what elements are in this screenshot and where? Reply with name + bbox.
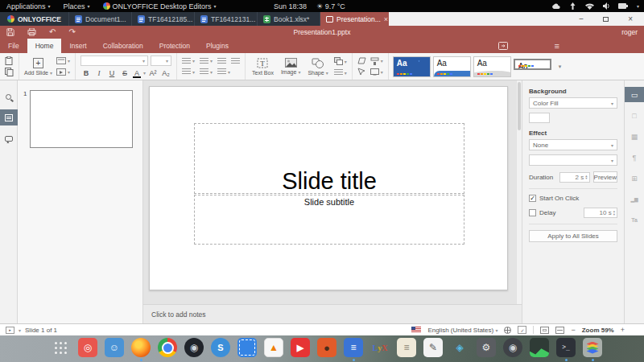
dock-cube-app-icon[interactable]: ◈ [450, 338, 469, 357]
scrollbar-thumb[interactable] [518, 82, 521, 130]
clear-style-icon[interactable] [357, 57, 366, 64]
font-size-select[interactable]: ▾ [151, 56, 171, 66]
theme-blue-dots[interactable]: Aa [393, 56, 431, 77]
paragraph-settings-button[interactable]: ¶ [625, 150, 644, 165]
apply-to-all-slides-button[interactable]: Apply to All Slides [529, 230, 617, 242]
set-language-icon[interactable] [504, 327, 511, 334]
effect-type-select[interactable]: ▾ [529, 154, 617, 166]
chevron-down-icon[interactable]: ▾ [637, 3, 639, 9]
decrease-indent-button[interactable] [217, 58, 226, 64]
numbering-button[interactable]: ▾ [200, 58, 213, 64]
search-button[interactable] [0, 88, 18, 105]
dock-media-player-icon[interactable]: ◉ [503, 338, 522, 357]
dock-chrome-icon[interactable] [158, 338, 177, 357]
view-settings-icon[interactable]: ≡ [555, 41, 559, 51]
fit-width-icon[interactable] [555, 327, 564, 334]
dock-vlc-icon[interactable]: ▲ [264, 338, 283, 357]
open-file-location-icon[interactable] [498, 42, 508, 50]
tab-home[interactable]: Home [27, 39, 62, 53]
theme-blank-selected[interactable]: Aa [514, 59, 551, 70]
subtitle-placeholder[interactable]: Slide subtitle [194, 195, 464, 245]
close-window-button[interactable]: × [628, 14, 633, 23]
tab-file[interactable]: File [0, 39, 27, 53]
tab-presentation1[interactable]: Presentation... × [320, 12, 389, 26]
effect-select[interactable]: None ▾ [529, 139, 617, 150]
zoom-in-button[interactable]: + [621, 327, 625, 334]
dock-text-editor-icon[interactable]: ✎ [423, 338, 443, 357]
chart-settings-button[interactable]: ▂▆ [625, 191, 644, 207]
shape-button[interactable]: Shape▾ [306, 58, 329, 76]
dock-steam-icon[interactable]: ◉ [184, 338, 204, 357]
delay-checkbox[interactable] [529, 209, 536, 216]
minimize-button[interactable]: − [579, 14, 584, 23]
dock-document-editor-icon[interactable]: ≡ [344, 338, 363, 357]
volume-icon[interactable] [603, 2, 609, 10]
font-color-button[interactable]: A [132, 69, 142, 77]
wifi-icon[interactable] [585, 3, 594, 10]
applications-menu[interactable]: Applications ▾ [0, 0, 57, 12]
strikeout-button[interactable]: S [119, 69, 130, 77]
tab-collaboration[interactable]: Collaboration [95, 39, 151, 53]
change-layout-button[interactable]: ▾ [56, 57, 70, 64]
text-box-button[interactable]: T Text Box [250, 58, 275, 76]
shape-settings-button[interactable]: □ [625, 108, 644, 123]
title-placeholder[interactable]: Slide title [194, 123, 464, 194]
preview-button[interactable]: Preview [593, 171, 617, 183]
theme-gray-wave[interactable]: Aa [473, 56, 511, 77]
places-menu[interactable]: Places ▾ [57, 0, 97, 12]
bold-button[interactable]: B [80, 69, 92, 77]
tab-book1[interactable]: Book1.xlsx* [257, 12, 320, 26]
upload-icon[interactable] [569, 2, 576, 10]
image-button[interactable]: Image▾ [279, 58, 302, 75]
start-slideshow-button[interactable]: ▾ [56, 68, 70, 76]
restore-button[interactable] [603, 17, 609, 22]
vertical-scrollbar[interactable] [516, 80, 522, 304]
slide-size-button[interactable]: ▾ [370, 68, 383, 76]
clock-weather-group[interactable]: Sun 18:38 ☀ 9.7 °C [274, 2, 345, 10]
duration-spinner[interactable]: 2 s ▴▾ [559, 172, 590, 183]
theme-gallery-expand-icon[interactable]: ▾ [554, 64, 567, 70]
dock-file-manager-icon[interactable]: ☺ [105, 338, 124, 357]
active-app-menu[interactable]: ONLYOFFICE Desktop Editors ▾ [97, 0, 223, 12]
dock-terminal-icon[interactable]: >_ [556, 338, 576, 357]
background-fill-select[interactable]: Color Fill ▾ [529, 97, 617, 109]
dock-onlyoffice-desktop-icon[interactable] [583, 338, 602, 357]
table-settings-button[interactable]: ⊞ [625, 171, 644, 186]
font-name-select[interactable]: ▾ [80, 56, 148, 66]
underline-button[interactable]: U [106, 69, 118, 77]
comments-button[interactable] [0, 130, 18, 146]
subscript-button[interactable]: A₂ [160, 69, 171, 77]
tab-plugins[interactable]: Plugins [198, 39, 237, 53]
copy-style-button[interactable]: ▾ [370, 57, 383, 65]
dock-settings-icon[interactable]: ⚙ [477, 338, 496, 357]
close-tab-icon[interactable]: × [384, 15, 388, 23]
start-slideshow-status-button[interactable]: ▸ [6, 327, 14, 334]
tab-document1[interactable]: Document1... [68, 12, 131, 26]
copy-icon[interactable] [5, 68, 14, 76]
horizontal-align-button[interactable]: ▾ [182, 68, 195, 75]
dock-app-grid-icon[interactable] [52, 338, 71, 357]
tab-protection[interactable]: Protection [151, 39, 198, 53]
slides-panel-button[interactable] [0, 109, 18, 125]
italic-button[interactable]: I [93, 69, 105, 77]
dock-skype-icon[interactable]: S [211, 338, 230, 357]
battery-icon[interactable] [618, 3, 628, 9]
start-on-click-checkbox[interactable]: ✓ [529, 195, 536, 202]
image-settings-button[interactable]: ▦ [625, 129, 644, 144]
dock-notes-app-icon[interactable]: ≡ [397, 338, 416, 357]
theme-blue-stripe[interactable]: Aa [433, 56, 471, 77]
language-select[interactable]: English (United States) ▾ [427, 327, 497, 334]
dock-lyx-icon[interactable]: LyX [370, 338, 390, 357]
superscript-button[interactable]: A² [147, 69, 159, 77]
add-slide-button[interactable]: + Add Slide▾ [24, 58, 52, 76]
textart-settings-button[interactable]: Ta [625, 212, 644, 228]
vertical-align-button[interactable]: ▾ [200, 68, 213, 75]
fit-slide-icon[interactable] [540, 327, 549, 334]
delay-spinner[interactable]: 10 s ▴▾ [584, 208, 617, 218]
dock-system-monitor-icon[interactable] [530, 338, 549, 357]
arrange-shape-button[interactable]: ▾ [334, 57, 347, 65]
slide[interactable]: Slide title Slide subtitle [149, 86, 508, 290]
background-color-swatch[interactable] [529, 113, 550, 123]
select-tool-icon[interactable] [357, 68, 365, 76]
dock-gimp-icon[interactable]: ● [317, 338, 336, 357]
